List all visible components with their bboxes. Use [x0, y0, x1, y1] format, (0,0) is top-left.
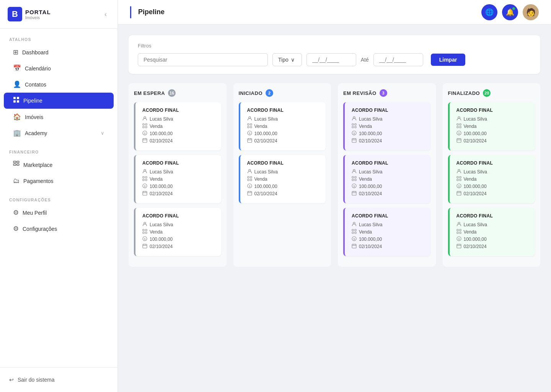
- svg-text:$: $: [144, 132, 146, 135]
- card-value: 100.000,00: [464, 131, 487, 136]
- date-from-input[interactable]: [306, 53, 356, 66]
- sidebar-item-contatos[interactable]: 👤 Contatos: [4, 77, 114, 92]
- card-type: Venda: [464, 124, 477, 129]
- kanban-card[interactable]: ACORDO FINAL Lucas Silva Venda $ 100.000…: [448, 102, 535, 150]
- calendar-icon: [142, 243, 147, 250]
- svg-rect-110: [457, 179, 458, 181]
- kanban-card[interactable]: ACORDO FINAL Lucas Silva Venda $ 100.000…: [134, 102, 221, 150]
- kanban-card[interactable]: ACORDO FINAL Lucas Silva Venda $ 100.000…: [134, 155, 221, 203]
- col-header-finalizado: FINALIZADO20: [448, 89, 535, 97]
- kanban-card[interactable]: ACORDO FINAL Lucas Silva Venda $ 100.000…: [343, 208, 430, 256]
- bell-button[interactable]: 🔔: [502, 4, 518, 20]
- sidebar-item-dashboard[interactable]: ⊞ Dashboard: [4, 44, 114, 60]
- kanban-card[interactable]: ACORDO FINAL Lucas Silva Venda $ 100.000…: [239, 102, 326, 150]
- sidebar-item-pipeline[interactable]: Pipeline: [4, 93, 114, 109]
- card-date: 02/10/2024: [150, 244, 173, 249]
- kanban-col-iniciado: INICIADO2 ACORDO FINAL Lucas Silva Venda…: [233, 83, 331, 267]
- contatos-icon: 👤: [13, 80, 21, 88]
- svg-text:$: $: [458, 238, 460, 240]
- kanban-card[interactable]: ACORDO FINAL Lucas Silva Venda $ 100.000…: [448, 155, 535, 203]
- clear-button[interactable]: Limpar: [431, 54, 466, 66]
- col-badge: 20: [483, 89, 491, 97]
- card-type: Venda: [359, 229, 372, 235]
- svg-rect-122: [460, 232, 461, 234]
- svg-rect-100: [460, 126, 461, 128]
- svg-rect-20: [143, 176, 144, 178]
- card-type-row: Venda: [142, 176, 216, 182]
- logout-button[interactable]: ↩ Sair do sistema: [9, 374, 108, 386]
- grid-icon: [142, 123, 147, 129]
- card-value-row: $ 100.000,00: [247, 183, 321, 189]
- date-to-input[interactable]: [373, 53, 423, 66]
- svg-rect-86: [352, 229, 354, 231]
- card-date: 02/10/2024: [464, 191, 487, 196]
- svg-rect-89: [355, 232, 356, 234]
- search-input[interactable]: [138, 53, 268, 66]
- card-value: 100.000,00: [254, 184, 277, 189]
- calendar-icon: [247, 138, 252, 144]
- kanban-card[interactable]: ACORDO FINAL Lucas Silva Venda $ 100.000…: [239, 155, 326, 203]
- grid-icon: [352, 123, 357, 129]
- filter-label: Filtros: [138, 43, 531, 49]
- card-date-row: 02/10/2024: [456, 243, 530, 250]
- tipo-dropdown[interactable]: Tipo ∨: [272, 53, 302, 66]
- svg-rect-21: [145, 176, 147, 178]
- calendar-icon: [456, 191, 461, 197]
- grid-icon: [456, 229, 461, 235]
- card-person-row: Lucas Silva: [456, 169, 530, 175]
- kanban-card[interactable]: ACORDO FINAL Lucas Silva Venda $ 100.000…: [343, 155, 430, 203]
- person-icon: [456, 116, 461, 122]
- card-date-row: 02/10/2024: [142, 191, 216, 197]
- currency-icon: $: [142, 183, 147, 189]
- sidebar-item-label: Pipeline: [23, 98, 42, 104]
- sidebar-item-calendario[interactable]: 📅 Calendário: [4, 60, 114, 76]
- avatar[interactable]: 🧑: [523, 4, 539, 20]
- currency-icon: $: [352, 236, 357, 242]
- globe-icon: 🌐: [485, 8, 494, 16]
- sidebar-item-marketplace[interactable]: Marketplace: [4, 157, 114, 173]
- kanban-card[interactable]: ACORDO FINAL Lucas Silva Venda $ 100.000…: [134, 208, 221, 256]
- card-date: 02/10/2024: [359, 138, 382, 144]
- card-person: Lucas Silva: [150, 222, 173, 227]
- person-icon: [352, 222, 357, 228]
- sidebar-item-pagamentos[interactable]: 🗂 Pagamentos: [4, 173, 114, 189]
- svg-rect-66: [352, 126, 354, 128]
- calendario-icon: 📅: [13, 64, 21, 72]
- card-type: Venda: [254, 124, 267, 129]
- card-title: ACORDO FINAL: [456, 160, 530, 166]
- card-value: 100.000,00: [150, 131, 173, 136]
- svg-rect-88: [352, 232, 354, 234]
- card-date: 02/10/2024: [359, 191, 382, 196]
- svg-rect-109: [460, 176, 461, 178]
- card-date: 02/10/2024: [254, 191, 277, 196]
- tipo-label: Tipo: [278, 57, 289, 63]
- col-title: INICIADO: [239, 90, 263, 96]
- pipeline-icon: [13, 96, 20, 105]
- card-person-row: Lucas Silva: [352, 222, 425, 228]
- svg-text:$: $: [144, 238, 146, 240]
- svg-rect-64: [352, 124, 354, 125]
- svg-text:$: $: [354, 185, 355, 188]
- card-type-row: Venda: [352, 229, 425, 235]
- col-badge: 16: [168, 89, 176, 97]
- card-date: 02/10/2024: [464, 244, 487, 249]
- svg-rect-67: [355, 126, 356, 128]
- sidebar-item-imoveis[interactable]: 🏠 Imóveis: [4, 109, 114, 125]
- card-value: 100.000,00: [359, 237, 382, 242]
- sidebar-item-academy[interactable]: 🏢 Academy ∨: [4, 125, 114, 141]
- svg-rect-4: [13, 161, 16, 163]
- kanban-card[interactable]: ACORDO FINAL Lucas Silva Venda $ 100.000…: [448, 208, 535, 256]
- meu-perfil-icon: ⚙: [13, 209, 19, 217]
- sidebar-collapse-button[interactable]: ‹: [101, 9, 110, 20]
- sidebar-item-meu-perfil[interactable]: ⚙ Meu Perfil: [4, 205, 114, 220]
- card-date-row: 02/10/2024: [456, 138, 530, 144]
- card-person: Lucas Silva: [254, 169, 278, 175]
- col-header-em-espera: EM ESPERA16: [134, 89, 221, 97]
- globe-button[interactable]: 🌐: [481, 4, 497, 20]
- sidebar-item-configuracoes[interactable]: ⚙ Configurações: [4, 221, 114, 237]
- kanban-card[interactable]: ACORDO FINAL Lucas Silva Venda $ 100.000…: [343, 102, 430, 150]
- calendar-icon: [142, 138, 147, 144]
- svg-rect-43: [250, 124, 252, 125]
- logout-icon: ↩: [9, 377, 14, 383]
- svg-rect-15: [143, 139, 147, 142]
